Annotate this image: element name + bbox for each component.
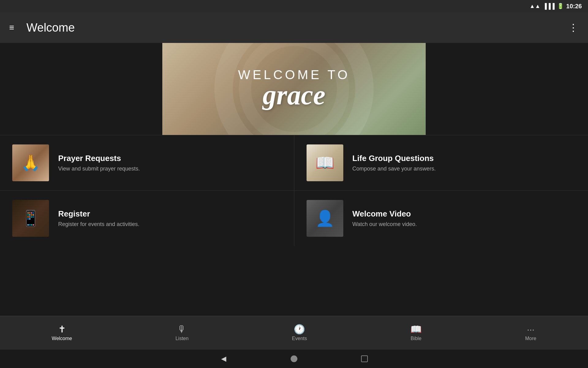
register-title: Register <box>58 209 139 219</box>
recent-apps-icon <box>361 355 368 362</box>
status-bar: ▲▲ ▐▐▐ 🔋 10:26 <box>0 0 588 12</box>
page-title: Welcome <box>26 21 75 34</box>
bible-nav-icon: 📖 <box>410 325 422 334</box>
home-button[interactable] <box>289 354 299 363</box>
grid-row-2: Register Register for events and activit… <box>0 190 588 246</box>
grid-row-1: Prayer Requests View and submit prayer r… <box>0 135 588 190</box>
bible-nav-label: Bible <box>411 336 422 341</box>
listen-nav-label: Listen <box>175 336 189 341</box>
more-nav-icon: ··· <box>527 325 534 334</box>
welcome-video-text: Welcome Video Watch our welcome video. <box>352 209 417 228</box>
events-nav-icon: 🕐 <box>294 325 305 334</box>
prayer-requests-description: View and submit prayer requests. <box>58 166 140 172</box>
welcome-nav-label: Welcome <box>52 336 72 341</box>
system-navigation: ◀ <box>0 350 588 368</box>
register-text: Register Register for events and activit… <box>58 209 139 228</box>
nav-item-more[interactable]: ··· More <box>516 322 545 344</box>
nav-item-listen[interactable]: 🎙 Listen <box>166 322 198 344</box>
hero-grace-text: grace <box>238 79 350 111</box>
app-bar: ≡ Welcome ⋮ <box>0 12 588 43</box>
signal-icon: ▐▐▐ <box>543 3 555 10</box>
more-nav-label: More <box>525 336 536 341</box>
prayer-requests-thumbnail <box>12 144 49 181</box>
recent-apps-button[interactable] <box>360 354 369 363</box>
battery-icon: 🔋 <box>557 3 564 10</box>
app-bar-left: ≡ Welcome <box>9 21 75 34</box>
status-icons: ▲▲ ▐▐▐ 🔋 10:26 <box>530 3 582 10</box>
main-content: Prayer Requests View and submit prayer r… <box>0 135 588 246</box>
life-group-questions-thumbnail <box>307 144 343 181</box>
register-thumbnail <box>12 200 49 237</box>
welcome-video-description: Watch our welcome video. <box>352 221 417 228</box>
life-group-questions-text: Life Group Questions Compose and save yo… <box>352 154 436 172</box>
nav-item-bible[interactable]: 📖 Bible <box>401 322 431 344</box>
back-icon: ◀ <box>221 355 226 363</box>
welcome-nav-icon: ✝ <box>58 325 66 334</box>
hero-text: WELCOME TO grace <box>238 67 350 111</box>
listen-nav-icon: 🎙 <box>177 325 187 334</box>
nav-item-events[interactable]: 🕐 Events <box>283 322 316 344</box>
hamburger-menu-icon[interactable]: ≡ <box>9 23 14 32</box>
life-group-questions-title: Life Group Questions <box>352 154 436 163</box>
welcome-video-title: Welcome Video <box>352 209 417 219</box>
grid-cell-register[interactable]: Register Register for events and activit… <box>0 191 294 246</box>
hero-banner[interactable]: WELCOME TO grace <box>162 43 426 135</box>
register-description: Register for events and activities. <box>58 221 139 228</box>
grid-cell-life-group-questions[interactable]: Life Group Questions Compose and save yo… <box>294 135 588 190</box>
grid-cell-welcome-video[interactable]: Welcome Video Watch our welcome video. <box>294 191 588 246</box>
wifi-icon: ▲▲ <box>530 3 541 10</box>
nav-item-welcome[interactable]: ✝ Welcome <box>43 322 81 344</box>
grid-cell-prayer-requests[interactable]: Prayer Requests View and submit prayer r… <box>0 135 294 190</box>
more-options-icon[interactable]: ⋮ <box>568 22 579 33</box>
welcome-video-thumbnail <box>307 200 343 237</box>
bottom-navigation: ✝ Welcome 🎙 Listen 🕐 Events 📖 Bible ··· … <box>0 316 588 350</box>
life-group-questions-description: Compose and save your answers. <box>352 166 436 172</box>
prayer-requests-text: Prayer Requests View and submit prayer r… <box>58 154 140 172</box>
home-icon <box>291 355 297 362</box>
hero-container: WELCOME TO grace <box>0 43 588 135</box>
events-nav-label: Events <box>292 336 307 341</box>
status-time: 10:26 <box>566 3 582 10</box>
back-button[interactable]: ◀ <box>219 354 228 363</box>
prayer-requests-title: Prayer Requests <box>58 154 140 163</box>
